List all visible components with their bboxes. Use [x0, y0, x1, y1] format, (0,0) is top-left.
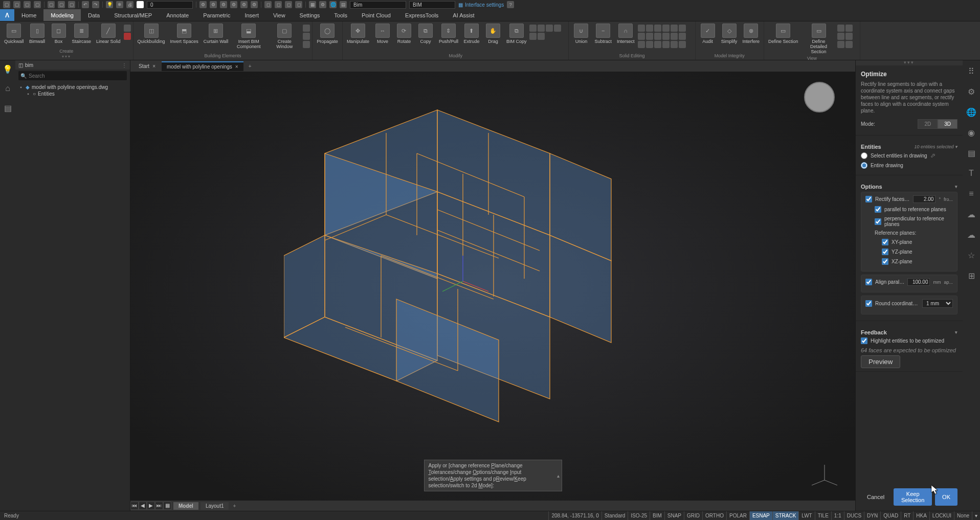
btn-union[interactable]: ∪Union: [571, 22, 591, 53]
btn-extrude[interactable]: ⬆Extrude: [461, 22, 482, 53]
home-icon[interactable]: ⌂: [3, 84, 12, 93]
status-lockui[interactable]: LOCKUI: [929, 511, 954, 520]
t[interactable]: [679, 41, 686, 48]
options-header[interactable]: Options ▾: [861, 184, 957, 190]
print-icon[interactable]: 🖨: [126, 1, 133, 8]
menu-annotate[interactable]: Annotate: [159, 9, 196, 21]
t[interactable]: [662, 33, 670, 40]
interface-settings-link[interactable]: ▦Interface settings: [458, 2, 504, 8]
t[interactable]: [679, 33, 686, 40]
t[interactable]: [646, 41, 653, 48]
status-dropdown-icon[interactable]: ▾: [972, 511, 980, 520]
chk-highlight[interactable]: [861, 337, 867, 344]
3d-viewport[interactable]: : OPTIMIZE Apply or [change reference Pl…: [130, 72, 855, 501]
status-polar[interactable]: POLAR: [726, 511, 749, 520]
t[interactable]: [671, 41, 678, 48]
tree-file-row[interactable]: ▪◆model with polyline openings.dwg: [18, 84, 127, 91]
layout-tab-layout1[interactable]: Layout1: [201, 502, 229, 510]
tool-icon[interactable]: [546, 25, 553, 32]
t[interactable]: [845, 41, 853, 48]
t[interactable]: [671, 33, 678, 40]
app-icon[interactable]: Λ: [0, 9, 14, 21]
layer-bulb-icon[interactable]: 💡: [106, 1, 113, 8]
panel-handle-icon[interactable]: ▾▾▾: [856, 60, 963, 65]
layer-dropdown[interactable]: 0: [147, 1, 193, 9]
status-tile[interactable]: TILE: [815, 511, 831, 520]
t[interactable]: [654, 33, 661, 40]
tool-icon[interactable]: [538, 33, 545, 40]
menu-tools[interactable]: Tools: [327, 9, 354, 21]
t[interactable]: [638, 25, 645, 32]
tab-add[interactable]: +: [244, 62, 256, 71]
view-icon[interactable]: ◻: [275, 1, 282, 8]
import-icon[interactable]: ▢: [58, 1, 65, 8]
tool-icon[interactable]: [529, 33, 537, 40]
status-quad[interactable]: QUAD: [880, 511, 901, 520]
menu-pointcloud[interactable]: Point Cloud: [354, 9, 398, 21]
tool-icon[interactable]: [554, 25, 561, 32]
structure-icon[interactable]: ▤: [3, 103, 12, 112]
status-lwt[interactable]: LWT: [798, 511, 814, 520]
preview-button[interactable]: Preview: [861, 355, 900, 368]
btn-detailsection[interactable]: ▭Define Detailed Section: [801, 22, 836, 55]
command-line[interactable]: Apply or [change reference Plane/change …: [424, 460, 562, 491]
chart-icon[interactable]: ⊞: [967, 271, 976, 280]
feedback-header[interactable]: Feedback ▾: [861, 329, 957, 335]
menu-insert[interactable]: Insert: [237, 9, 266, 21]
btn-rotate[interactable]: ⟳Rotate: [394, 22, 414, 53]
tool-icon[interactable]: [538, 25, 545, 32]
small-tool-icon[interactable]: [303, 33, 310, 40]
t[interactable]: [679, 25, 686, 32]
layout-tab-model[interactable]: Model: [173, 502, 198, 510]
chk-round-coords[interactable]: [865, 300, 872, 307]
t[interactable]: [837, 41, 844, 48]
input-align-val[interactable]: [907, 278, 930, 286]
menu-data[interactable]: Data: [81, 9, 107, 21]
btn-drag[interactable]: ✋Drag: [483, 22, 503, 53]
workspace-select-2[interactable]: BIM: [409, 1, 455, 9]
layers-icon[interactable]: ▤: [967, 148, 976, 157]
layout-add[interactable]: +: [229, 503, 240, 509]
btn-move[interactable]: ↔Move: [372, 22, 393, 53]
t[interactable]: [654, 25, 661, 32]
btn-curtainwall[interactable]: ⊞Curtain Wall: [202, 22, 231, 53]
radio-select-entities[interactable]: Select entities in drawing ⬀: [861, 152, 957, 159]
chk-rectify-faces[interactable]: [865, 196, 872, 202]
status-dyn[interactable]: DYN: [864, 511, 880, 520]
mode-3d[interactable]: 3D: [938, 119, 957, 129]
status-ducs[interactable]: DUCS: [844, 511, 864, 520]
cloud-icon[interactable]: ☁: [967, 230, 976, 239]
btn-invertspaces[interactable]: ⬒Invert Spaces: [168, 22, 201, 53]
tool-icon[interactable]: ⚙: [199, 1, 207, 8]
view-icon[interactable]: ◻: [285, 1, 292, 8]
tool-icon[interactable]: ⚙: [240, 1, 248, 8]
btn-audit[interactable]: ✓Audit: [698, 22, 718, 53]
redo-icon[interactable]: ↷: [92, 1, 99, 8]
status-strack[interactable]: STRACK: [772, 511, 799, 520]
tips-icon[interactable]: 💡: [3, 64, 12, 74]
t[interactable]: [662, 41, 670, 48]
layout-next[interactable]: ▶: [147, 502, 155, 510]
radio-select-drawing[interactable]: [861, 152, 867, 159]
chk-xz[interactable]: [882, 258, 888, 265]
btn-definesection[interactable]: ▭Define Section: [766, 22, 800, 55]
layout-prev[interactable]: ◀: [139, 502, 147, 510]
radio-entire-drawing[interactable]: Entire drawing: [861, 162, 957, 169]
status-none[interactable]: None: [954, 511, 972, 520]
btn-linearsolid[interactable]: ╱Linear Solid: [94, 22, 123, 48]
menu-settings[interactable]: Settings: [293, 9, 327, 21]
props-icon[interactable]: ▤: [340, 1, 347, 8]
t[interactable]: [662, 25, 670, 32]
btn-bimwall[interactable]: ▯Bimwall: [27, 22, 48, 48]
settings-icon[interactable]: ⚙: [967, 87, 976, 96]
gear-icon[interactable]: ⚙: [319, 1, 326, 8]
t[interactable]: [646, 33, 653, 40]
globe-icon[interactable]: 🌐: [329, 1, 337, 8]
btn-insertbim[interactable]: ⬓Insert BIM Component: [231, 22, 266, 53]
btn-pushpull[interactable]: ⇕Push/Pull: [437, 22, 460, 53]
keep-selection-button[interactable]: Keep Selection: [894, 488, 932, 506]
export-icon[interactable]: ▢: [48, 1, 55, 8]
menu-parametric[interactable]: Parametric: [196, 9, 237, 21]
btn-quickbuilding[interactable]: ◫Quickbuilding: [136, 22, 167, 53]
btn-manipulate[interactable]: ✥Manipulate: [345, 22, 371, 53]
